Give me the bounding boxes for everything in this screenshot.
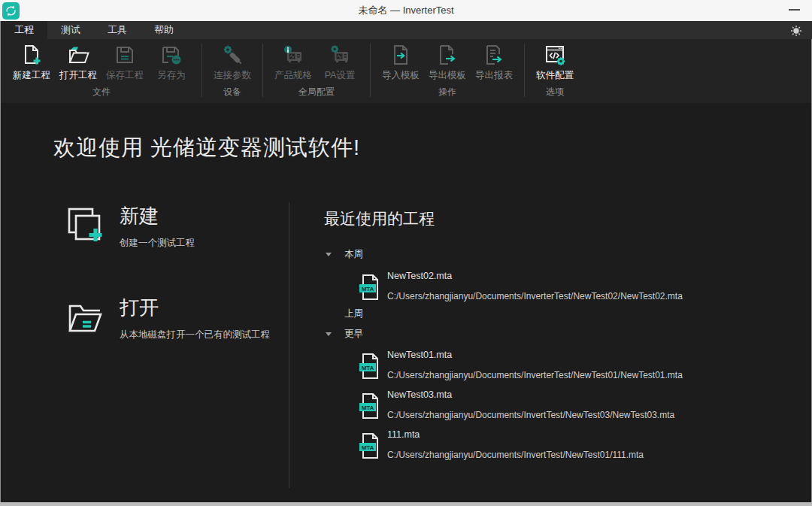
toolbar-group-global-config: 产品规格	[264, 39, 369, 103]
toolbar-group-file: 新建工程 打开工程 保存工程	[2, 39, 201, 103]
save-as-icon	[160, 44, 183, 66]
new-project-action[interactable]: 新建 创建一个测试工程	[65, 205, 195, 250]
pa-settings-icon	[329, 44, 351, 66]
theme-toggle-sun-icon[interactable]	[789, 24, 803, 38]
connect-params-button[interactable]: 连接参数	[209, 44, 256, 82]
new-action-desc: 创建一个测试工程	[120, 237, 195, 250]
mta-file-icon: MTA	[357, 432, 383, 459]
toolbar-item-label: 导出报表	[475, 69, 513, 82]
chevron-down-icon	[326, 253, 332, 256]
open-action-title: 打开	[120, 297, 270, 318]
toolbar-separator	[262, 44, 263, 97]
tree-group-label: 本周	[344, 248, 363, 261]
toolbar-group-label: 操作	[438, 86, 456, 100]
tree-group-this-week[interactable]: 本周	[326, 248, 363, 261]
toolbar-separator	[524, 44, 525, 97]
new-big-icon	[65, 205, 106, 246]
recent-file-111[interactable]: MTA 111.mta C:/Users/zhangjianyu/Documen…	[357, 431, 644, 460]
software-config-icon	[544, 44, 566, 66]
toolbar-item-label: 导入模板	[382, 69, 420, 82]
open-project-action[interactable]: 打开 从本地磁盘打开一个已有的测试工程	[65, 297, 270, 341]
new-project-button[interactable]: 新建工程	[8, 44, 55, 82]
menu-tabbar: 工程 测试 工具 帮助	[0, 21, 812, 39]
toolbar-group-options: 软件配置 选项	[526, 39, 584, 103]
open-big-icon	[65, 297, 106, 338]
export-template-button[interactable]: 导出模板	[424, 44, 471, 82]
tab-help[interactable]: 帮助	[141, 21, 187, 39]
software-config-button[interactable]: 软件配置	[532, 44, 578, 82]
export-report-button[interactable]: 导出报表	[471, 44, 517, 82]
window-title: 未命名 — InverterTest	[0, 4, 812, 17]
toolbar-group-device: 连接参数 设备	[203, 39, 262, 103]
tree-group-label: 上周	[344, 308, 363, 320]
toolbar-group-label: 设备	[223, 86, 241, 100]
product-spec-icon	[282, 44, 304, 66]
file-path: C:/Users/zhangjianyu/Documents/InverterT…	[387, 291, 683, 301]
mta-file-icon: MTA	[357, 392, 383, 420]
save-project-button[interactable]: 保存工程	[102, 44, 148, 82]
tree-group-label: 更早	[344, 328, 363, 341]
svg-text:MTA: MTA	[362, 286, 374, 292]
recent-file-newtest02[interactable]: MTA NewTest02.mta C:/Users/zhangjianyu/D…	[357, 272, 683, 301]
save-project-icon	[114, 44, 136, 66]
main-content: 欢迎使用 光储逆变器测试软件! 新建 创建一个测试工程 打开 从本地磁盘打开	[0, 103, 812, 502]
import-template-button[interactable]: 导入模板	[377, 44, 424, 82]
toolbar-group-operations: 导入模板 导出模板 导出报表	[371, 39, 523, 103]
file-name: NewTest02.mta	[387, 271, 683, 282]
svg-text:MTA: MTA	[362, 404, 374, 411]
toolbar-item-label: 新建工程	[13, 69, 50, 82]
export-template-icon	[436, 44, 459, 66]
new-action-title: 新建	[120, 205, 195, 226]
svg-text:MTA: MTA	[362, 444, 374, 451]
svg-text:MTA: MTA	[362, 365, 374, 371]
file-path: C:/Users/zhangjianyu/Documents/InvertTes…	[387, 450, 644, 460]
new-project-icon	[20, 44, 43, 66]
welcome-heading: 欢迎使用 光储逆变器测试软件!	[53, 133, 360, 163]
toolbar-item-label: 导出模板	[429, 69, 466, 82]
tree-group-earlier[interactable]: 更早	[326, 328, 363, 341]
open-project-button[interactable]: 打开工程	[55, 44, 102, 82]
toolbar-item-label: 产品规格	[274, 69, 312, 82]
toolbar-item-label: PA设置	[325, 69, 356, 82]
toolbar-group-label: 文件	[92, 86, 111, 100]
app-window: 未命名 — InverterTest 工程 测试 工具 帮助	[0, 0, 812, 506]
save-as-button[interactable]: 另存为	[148, 44, 195, 82]
recent-file-newtest01[interactable]: MTA NewTest01.mta C:/Users/zhangjianyu/D…	[357, 351, 683, 380]
ribbon-toolbar: 新建工程 打开工程 保存工程	[0, 39, 812, 103]
product-spec-button[interactable]: 产品规格	[270, 44, 317, 82]
toolbar-item-label: 软件配置	[536, 69, 574, 82]
file-name: 111.mta	[387, 429, 644, 441]
open-project-icon	[67, 44, 89, 66]
chevron-down-icon	[326, 332, 332, 336]
tab-project[interactable]: 工程	[1, 21, 47, 39]
column-divider	[289, 202, 289, 488]
open-action-desc: 从本地磁盘打开一个已有的测试工程	[120, 329, 270, 341]
toolbar-separator	[370, 44, 371, 97]
titlebar: 未命名 — InverterTest	[0, 0, 812, 21]
mta-file-icon: MTA	[357, 274, 383, 301]
import-template-icon	[389, 44, 412, 66]
toolbar-item-label: 另存为	[157, 69, 186, 82]
toolbar-item-label: 连接参数	[214, 69, 251, 82]
export-report-icon	[483, 44, 505, 66]
toolbar-separator	[201, 44, 202, 97]
mta-file-icon: MTA	[357, 353, 383, 380]
file-path: C:/Users/zhangjianyu/Documents/InverterT…	[387, 370, 683, 380]
tab-test[interactable]: 测试	[47, 21, 94, 39]
recent-file-newtest03[interactable]: MTA NewTest03.mta C:/Users/zhangjianyu/D…	[357, 391, 674, 420]
toolbar-item-label: 打开工程	[59, 69, 97, 82]
file-path: C:/Users/zhangjianyu/Documents/InvertTes…	[387, 410, 674, 420]
toolbar-group-label: 全局配置	[298, 86, 335, 100]
pa-settings-button[interactable]: PA设置	[317, 44, 363, 82]
window-bottom-border	[0, 502, 812, 506]
toolbar-group-label: 选项	[546, 86, 564, 100]
connect-params-icon	[221, 44, 244, 66]
minimize-button[interactable]	[789, 9, 800, 11]
app-logo-icon	[2, 2, 20, 20]
file-name: NewTest03.mta	[387, 389, 674, 401]
file-name: NewTest01.mta	[387, 350, 683, 361]
recent-projects-title: 最近使用的工程	[324, 208, 435, 229]
toolbar-item-label: 保存工程	[106, 69, 144, 82]
tab-tools[interactable]: 工具	[94, 21, 141, 39]
tree-group-last-week[interactable]: 上周	[326, 308, 363, 320]
